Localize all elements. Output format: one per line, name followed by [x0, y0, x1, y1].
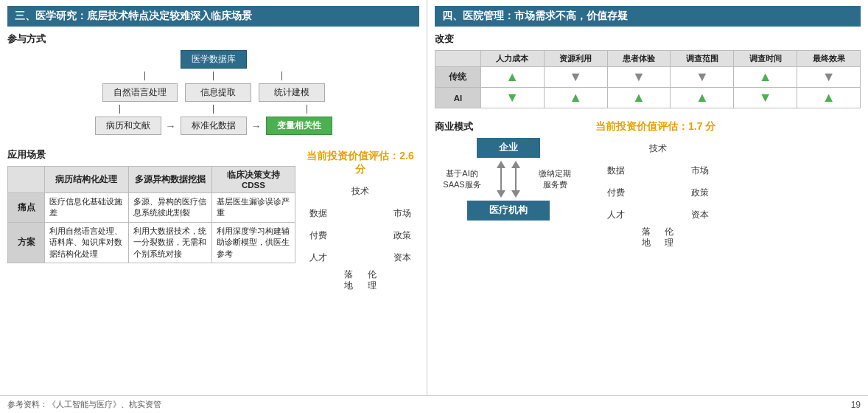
right-subsection1-title: 改变	[435, 32, 861, 46]
change-ai-4: ▼	[734, 88, 797, 108]
flow-box-nlp: 自然语言处理	[102, 83, 178, 102]
val-capital-left: 资本	[393, 252, 411, 263]
change-ai-3: ▲	[671, 88, 734, 108]
value-chart-left-wrap: 当前投资价值评估：2.6 分 技术 数据 市场 付费 政策 人才 资本	[301, 148, 419, 291]
flow-box-info: 信息提取	[185, 83, 251, 102]
scene-pain-col2: 多源、异构的医疗信息系统彼此割裂	[128, 193, 211, 223]
scene-solution-label: 方案	[8, 222, 45, 263]
change-trad-4: ▲	[734, 67, 797, 88]
flow-diagram: 医学数据库 自然语言处理	[7, 50, 419, 135]
trad-arrow-3: ▼	[696, 69, 709, 84]
left-subsection2-title: 应用场景	[7, 148, 295, 162]
val-capital-right: 资本	[691, 209, 709, 221]
arrow-right-1: →	[166, 120, 176, 132]
val-policy-left: 政策	[393, 230, 411, 241]
biz-down-end-right	[511, 190, 520, 198]
left-subsection1-title: 参与方式	[7, 32, 419, 46]
flow-records-label: 病历和文献	[106, 120, 150, 131]
biz-left-arrow-col	[497, 161, 505, 198]
scene-solution-col2: 利用大数据技术，统一分裂数据，无需和个别系统对接	[128, 222, 211, 263]
val-market-left: 市场	[393, 208, 411, 219]
val-data-left: 数据	[309, 208, 327, 219]
scene-pain-col3: 基层医生漏诊误诊严重	[211, 193, 295, 223]
flow-middle-row: 自然语言处理 信息提取 统计建模	[102, 83, 325, 102]
biz-down-end-left	[497, 190, 505, 198]
flow-box-top: 医学数据库	[181, 50, 247, 69]
change-col-resource: 资源利用	[544, 51, 607, 67]
val-tech-right: 技术	[649, 142, 667, 155]
page-number: 19	[851, 400, 861, 410]
change-col-scope: 调查范围	[671, 51, 734, 67]
right-header-text: 四、医院管理：市场需求不高，价值存疑	[442, 10, 628, 21]
scene-col-3: 临床决策支持CDSS	[211, 167, 295, 193]
biz-top-label: 企业	[499, 142, 518, 153]
biz-right-label: 缴纳定期服务费	[529, 168, 581, 190]
val-chart-left: 技术 数据 市场 付费 政策 人才 资本 落地伦理	[298, 181, 423, 291]
flow-bottom-row: 病历和文献 → 标准化数据 → 变量相关性	[95, 117, 332, 135]
flow-top-label: 医学数据库	[192, 54, 236, 64]
change-ai-0: ▼	[480, 88, 544, 108]
biz-bottom-label: 医疗机构	[489, 205, 528, 215]
biz-bottom-box: 医疗机构	[467, 201, 550, 221]
lower-left-section: 应用场景 病历结构化处理 多源异构数据挖掘 临床决策支持CDSS	[7, 148, 419, 291]
biz-arrow-row	[497, 161, 520, 198]
scene-col-0	[8, 167, 45, 193]
scene-row-solution: 方案 利用自然语言处理、语料库、知识库对数据结构化处理 利用大数据技术，统一分裂…	[8, 222, 295, 263]
flow-std-label: 标准化数据	[192, 120, 236, 131]
left-subsection2-label: 应用场景	[7, 149, 46, 160]
right-value-section: 当前投资价值评估：1.7 分 技术 数据 市场 付费 政策 人才 资本	[588, 120, 861, 249]
flow-box-records: 病历和文献	[95, 117, 161, 135]
investment-score-right: 当前投资价值评估：1.7 分	[588, 120, 861, 133]
left-header-text: 三、医学研究：底层技术特点决定较难深入临床场景	[15, 10, 252, 21]
right-section-header: 四、医院管理：市场需求不高，价值存疑	[435, 6, 861, 27]
biz-diagram: 企业 基于AI的SAAS服务	[435, 138, 582, 221]
change-table: 人力成本 资源利用 患者体验 调查范围 调查时间 最终效果 传统 ▲ ▼ ▼	[435, 50, 861, 108]
page: 三、医学研究：底层技术特点决定较难深入临床场景 参与方式 医学数据库	[0, 0, 868, 413]
flow-box-std: 标准化数据	[181, 117, 247, 135]
scene-table-header-row: 病历结构化处理 多源异构数据挖掘 临床决策支持CDSS	[8, 167, 295, 193]
change-trad-0: ▲	[480, 67, 544, 88]
biz-model-box: 商业模式 企业 基于AI的SAAS服务	[435, 120, 582, 249]
change-col-patient: 患者体验	[607, 51, 671, 67]
flow-var-label: 变量相关性	[277, 120, 321, 131]
biz-up-arrow-r	[511, 161, 520, 168]
change-traditional-label: 传统	[435, 67, 481, 88]
ai-arrow-2: ▲	[632, 90, 645, 105]
left-subsection1-label: 参与方式	[7, 33, 46, 44]
val-payment-right: 付费	[607, 187, 625, 198]
change-ai-label: AI	[435, 88, 481, 108]
ai-arrow-5: ▲	[822, 90, 836, 105]
right-subsection1-label: 改变	[435, 33, 454, 44]
val-talent-left: 人才	[309, 252, 327, 263]
val-bottom-right: 落地伦理	[637, 226, 678, 249]
ai-arrow-0: ▼	[505, 90, 519, 105]
trad-arrow-0: ▲	[505, 69, 519, 84]
change-col-time: 调查时间	[734, 51, 797, 67]
biz-left-label: 基于AI的SAAS服务	[436, 168, 488, 190]
change-col-result: 最终效果	[797, 51, 861, 67]
bottom-bar: 参考资料：《人工智能与医疗》、杭实资管 19	[0, 395, 868, 413]
change-trad-5: ▼	[797, 67, 861, 88]
ai-arrow-3: ▲	[696, 90, 709, 105]
flow-box-var: 变量相关性	[266, 117, 332, 135]
biz-up-arrow	[497, 161, 505, 168]
val-payment-left: 付费	[309, 230, 327, 241]
left-section-header: 三、医学研究：底层技术特点决定较难深入临床场景	[7, 6, 419, 27]
trad-arrow-2: ▼	[632, 69, 645, 84]
right-lower-section: 商业模式 企业 基于AI的SAAS服务	[435, 120, 861, 249]
scene-pain-label: 痛点	[8, 193, 45, 223]
scene-col-2: 多源异构数据挖掘	[128, 167, 211, 193]
change-trad-3: ▼	[671, 67, 734, 88]
val-market-right: 市场	[691, 165, 709, 176]
change-ai-2: ▲	[607, 88, 671, 108]
scene-solution-col3: 利用深度学习构建辅助诊断模型，供医生参考	[211, 222, 295, 263]
left-panel: 三、医学研究：底层技术特点决定较难深入临床场景 参与方式 医学数据库	[0, 0, 427, 395]
biz-middle-row: 基于AI的SAAS服务	[436, 161, 581, 198]
biz-arrows	[497, 161, 520, 198]
change-row-ai: AI ▼ ▲ ▲ ▲ ▼ ▲	[435, 88, 861, 108]
right-panel: 四、医院管理：市场需求不高，价值存疑 改变 人力成本 资源利用 患者体验 调查范…	[427, 0, 868, 395]
val-data-right: 数据	[607, 165, 625, 176]
scene-solution-col1: 利用自然语言处理、语料库、知识库对数据结构化处理	[45, 222, 128, 263]
flow-box-stats: 统计建模	[259, 83, 325, 102]
ai-arrow-4: ▼	[759, 90, 772, 105]
